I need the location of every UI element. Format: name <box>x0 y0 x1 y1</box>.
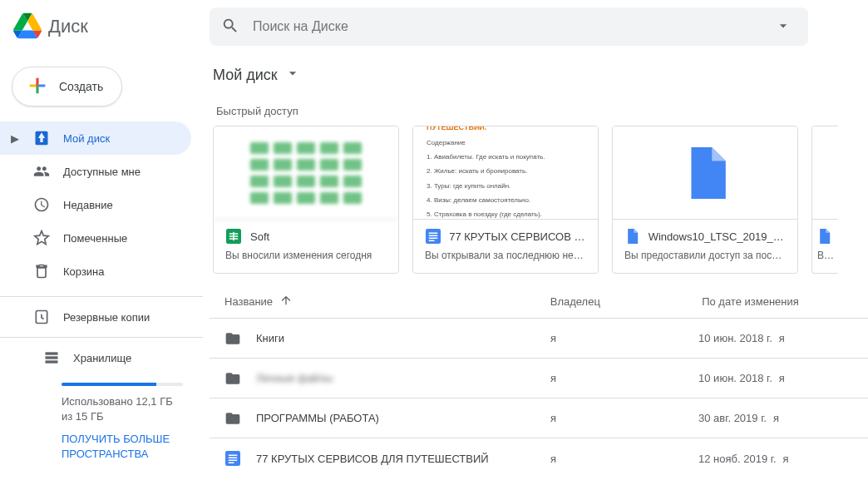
column-name[interactable]: Название <box>224 294 544 309</box>
sidebar-item-recent[interactable]: Недавние <box>0 188 191 221</box>
quickaccess-row: Soft Вы вносили изменения сегодня 77 КРУ… <box>210 126 868 274</box>
quickaccess-title: Быстрый доступ <box>210 97 868 126</box>
star-icon <box>33 230 50 246</box>
search-options-icon[interactable] <box>770 17 796 37</box>
svg-rect-17 <box>229 460 238 462</box>
drive-icon <box>33 130 50 146</box>
row-owner: я <box>550 412 698 424</box>
sidebar-item-shared[interactable]: Доступные мне <box>0 155 191 188</box>
card-thumbnail <box>214 126 398 220</box>
create-button-label: Создать <box>59 80 103 93</box>
storage-used-text: Использовано 12,1 ГБ из 15 ГБ <box>62 394 183 423</box>
sidebar-item-label: Корзина <box>63 265 105 278</box>
svg-rect-11 <box>428 235 437 237</box>
svg-rect-3 <box>46 360 58 363</box>
app-name: Диск <box>48 16 88 37</box>
create-button[interactable]: Создать <box>12 67 122 106</box>
folder-icon <box>224 370 241 387</box>
sidebar: Создать ▶ Мой диск Доступные мне <box>0 53 203 478</box>
row-date: 10 июн. 2018 г. <box>698 372 772 384</box>
chevron-right-icon: ▶ <box>10 132 20 145</box>
sidebar-item-label: Помеченные <box>63 232 127 245</box>
folder-icon <box>224 330 241 347</box>
sidebar-item-trash[interactable]: Корзина <box>0 255 191 288</box>
file-icon <box>624 228 640 245</box>
chevron-down-icon <box>284 65 301 86</box>
storage-progress <box>62 383 183 386</box>
table-row[interactable]: ПРОГРАММЫ (РАБОТА) я 30 авг. 2019 г.я <box>210 398 868 438</box>
table-row[interactable]: 77 КРУТЫХ СЕРВИСОВ ДЛЯ ПУТЕШЕСТВИЙ я 12 … <box>210 438 868 478</box>
main-content: Мой диск Быстрый доступ Soft Вы вносили … <box>203 53 868 478</box>
trash-icon <box>33 263 50 280</box>
clock-icon <box>33 196 50 213</box>
table-row[interactable]: Личные файлы я 10 июн. 2018 г.я <box>210 359 868 398</box>
app-header: Диск <box>0 0 868 53</box>
svg-rect-15 <box>229 455 238 457</box>
card-filename: 77 КРУТЫХ СЕРВИСОВ Д… <box>449 230 586 243</box>
row-owner: я <box>550 453 698 465</box>
storage-upgrade-link[interactable]: ПОЛУЧИТЬ БОЛЬШЕ ПРОСТРАНСТВА <box>62 432 183 461</box>
card-thumbnail <box>812 126 838 220</box>
search-input[interactable] <box>253 19 770 34</box>
folder-icon <box>224 410 241 427</box>
svg-rect-12 <box>428 238 437 240</box>
card-filename: Soft <box>250 230 269 243</box>
sidebar-item-label: Недавние <box>63 199 113 211</box>
docs-icon <box>425 228 441 245</box>
svg-rect-18 <box>229 463 234 464</box>
row-owner: я <box>550 332 698 344</box>
svg-rect-1 <box>46 352 58 354</box>
table-row[interactable]: Книги я 10 июн. 2018 г.я <box>210 319 868 359</box>
svg-rect-10 <box>428 233 437 235</box>
sidebar-item-label: Доступные мне <box>63 166 141 178</box>
sidebar-item-backups[interactable]: Резервные копии <box>0 300 191 334</box>
sheets-icon <box>225 228 242 245</box>
backup-icon <box>33 309 50 325</box>
card-thumbnail: 77 КРУТЫХ СЕРВИСОВ ДЛЯ ПУТЕШЕСТВИЙ. Соде… <box>413 126 598 220</box>
card-subtitle: Вы ре <box>817 250 833 261</box>
row-name: Книги <box>256 332 284 344</box>
table-header: Название Владелец По дате изменения <box>210 274 868 319</box>
card-filename: Windows10_LTSC_2019_v1… <box>649 230 786 243</box>
drive-logo-icon <box>13 12 42 42</box>
docs-icon <box>224 450 241 467</box>
file-icon <box>817 228 831 245</box>
quickaccess-card[interactable]: W Вы ре <box>811 126 838 274</box>
search-icon <box>221 17 239 37</box>
row-date: 30 авг. 2019 г. <box>698 412 767 424</box>
card-subtitle: Вы предоставили доступ за посл… <box>624 250 786 261</box>
row-date: 10 июн. 2018 г. <box>698 332 772 344</box>
column-owner[interactable]: Владелец <box>550 295 695 308</box>
row-name: 77 КРУТЫХ СЕРВИСОВ ДЛЯ ПУТЕШЕСТВИЙ <box>256 453 489 465</box>
sort-asc-icon <box>279 294 293 309</box>
svg-rect-2 <box>46 356 58 359</box>
sidebar-item-storage[interactable]: Хранилище <box>0 341 191 374</box>
plus-icon <box>26 74 49 100</box>
storage-label: Хранилище <box>73 352 131 364</box>
quickaccess-card[interactable]: Windows10_LTSC_2019_v1… Вы предоставили … <box>612 126 798 274</box>
card-subtitle: Вы открывали за последнюю не… <box>425 250 586 261</box>
row-owner: я <box>550 372 698 384</box>
sidebar-item-mydrive[interactable]: ▶ Мой диск <box>0 121 191 155</box>
card-subtitle: Вы вносили изменения сегодня <box>225 250 387 261</box>
storage-icon <box>43 349 60 366</box>
svg-rect-8 <box>233 232 234 241</box>
svg-rect-13 <box>428 240 434 242</box>
column-date[interactable]: По дате изменения <box>702 295 861 308</box>
row-date: 12 нояб. 2019 г. <box>698 453 777 465</box>
sidebar-item-label: Резервные копии <box>63 311 150 324</box>
quickaccess-card[interactable]: Soft Вы вносили изменения сегодня <box>213 126 399 274</box>
breadcrumb-label: Мой диск <box>213 67 278 84</box>
logo-area: Диск <box>13 12 203 42</box>
breadcrumb[interactable]: Мой диск <box>210 53 868 97</box>
row-name: Личные файлы <box>256 372 333 384</box>
row-name: ПРОГРАММЫ (РАБОТА) <box>256 412 379 424</box>
sidebar-item-label: Мой диск <box>63 132 110 145</box>
sidebar-item-starred[interactable]: Помеченные <box>0 221 191 255</box>
card-thumbnail <box>613 126 797 220</box>
quickaccess-card[interactable]: 77 КРУТЫХ СЕРВИСОВ ДЛЯ ПУТЕШЕСТВИЙ. Соде… <box>412 126 599 274</box>
search-bar[interactable] <box>210 7 808 46</box>
people-icon <box>33 163 50 180</box>
svg-rect-16 <box>229 458 238 459</box>
